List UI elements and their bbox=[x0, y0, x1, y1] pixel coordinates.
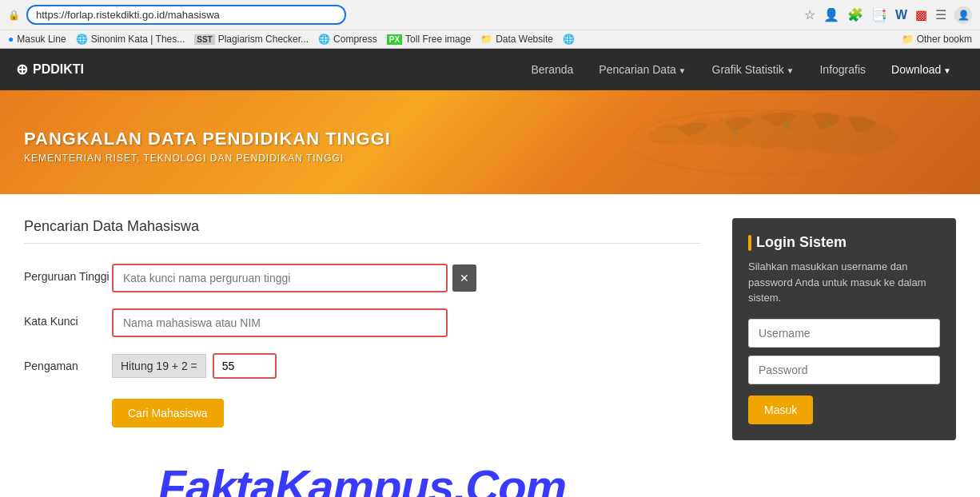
hero-subtitle: KEMENTERIAN RISET, TEKNOLOGI DAN PENDIDI… bbox=[24, 153, 956, 164]
brand-icon: ⊕ bbox=[16, 61, 28, 78]
bookmark-plagiarism[interactable]: SST Plagiarism Checker... bbox=[194, 34, 309, 45]
nav-pencarian[interactable]: Pencarian Data bbox=[586, 50, 699, 89]
ext2-icon[interactable]: ▩ bbox=[915, 7, 927, 22]
sidebar-login: Login Sistem Silahkan masukkan username … bbox=[732, 218, 956, 440]
submit-spacer bbox=[24, 395, 112, 401]
search-form: Perguruan Tinggi ✕ Kata Kunci Pengaman H… bbox=[24, 264, 700, 427]
hero-banner: PANGKALAN DATA PENDIDIKAN TINGGI KEMENTE… bbox=[0, 90, 980, 194]
perguruan-tinggi-label: Perguruan Tinggi bbox=[24, 264, 112, 283]
username-input[interactable] bbox=[748, 319, 940, 348]
captcha-group: Hitung 19 + 2 = bbox=[112, 353, 277, 379]
bookmark-sinonim[interactable]: 🌐 Sinonim Kata | Thes... bbox=[76, 34, 185, 45]
search-button[interactable]: Cari Mahasiswa bbox=[112, 399, 224, 427]
browser-chrome: 🔒 ☆ 👤 🧩 📑 W ▩ ☰ 👤 ● Masuk Line 🌐 Sinonim… bbox=[0, 0, 980, 49]
pengaman-label: Pengaman bbox=[24, 353, 112, 372]
bookmark-globe[interactable]: 🌐 bbox=[563, 34, 575, 45]
address-bar-row: 🔒 ☆ 👤 🧩 📑 W ▩ ☰ 👤 bbox=[0, 0, 980, 30]
nav-grafik-link[interactable]: Grafik Statistik bbox=[699, 50, 807, 89]
bookmark-data-website[interactable]: 📁 Data Website bbox=[480, 34, 553, 45]
login-title: Login Sistem bbox=[748, 234, 940, 251]
clear-button[interactable]: ✕ bbox=[452, 264, 476, 292]
bookmark-other[interactable]: 📁 Other bookm bbox=[902, 34, 972, 45]
word-icon[interactable]: W bbox=[895, 8, 907, 22]
nav-grafik[interactable]: Grafik Statistik bbox=[699, 50, 807, 89]
submit-group: Cari Mahasiswa bbox=[24, 395, 700, 427]
perguruan-tinggi-input-wrapper: ✕ bbox=[112, 264, 476, 292]
nav-download-link[interactable]: Download bbox=[878, 50, 964, 89]
svg-point-0 bbox=[628, 110, 900, 174]
nav-pencarian-link[interactable]: Pencarian Data bbox=[586, 50, 699, 89]
svg-point-3 bbox=[826, 122, 831, 127]
captcha-input[interactable] bbox=[213, 353, 277, 379]
site-wrapper: ⊕ PDDIKTI Beranda Pencarian Data Grafik … bbox=[0, 49, 980, 497]
perguruan-tinggi-input[interactable] bbox=[112, 264, 448, 292]
hero-title: PANGKALAN DATA PENDIDIKAN TINGGI bbox=[24, 129, 956, 149]
star-icon[interactable]: ☆ bbox=[804, 7, 815, 22]
browser-icons: ☆ 👤 🧩 📑 W ▩ ☰ 👤 bbox=[804, 6, 972, 24]
login-description: Silahkan masukkan username dan password … bbox=[748, 259, 940, 306]
extensions-icon[interactable]: 🧩 bbox=[847, 7, 863, 22]
bookmarks-bar: ● Masuk Line 🌐 Sinonim Kata | Thes... SS… bbox=[0, 30, 980, 48]
map-decoration bbox=[612, 94, 916, 193]
kata-kunci-label: Kata Kunci bbox=[24, 308, 112, 328]
ext3-icon[interactable]: ☰ bbox=[935, 7, 946, 22]
brand-name: PDDIKTI bbox=[33, 62, 84, 77]
perguruan-tinggi-group: Perguruan Tinggi ✕ bbox=[24, 264, 700, 292]
nav-infografis-link[interactable]: Infografis bbox=[807, 50, 878, 89]
nav-beranda[interactable]: Beranda bbox=[518, 50, 586, 89]
kata-kunci-input[interactable] bbox=[112, 308, 448, 337]
address-bar[interactable] bbox=[26, 5, 346, 25]
navbar: ⊕ PDDIKTI Beranda Pencarian Data Grafik … bbox=[0, 49, 980, 90]
nav-download[interactable]: Download bbox=[878, 50, 964, 89]
lock-icon: 🔒 bbox=[8, 10, 20, 21]
navbar-brand: ⊕ PDDIKTI bbox=[16, 61, 84, 78]
profile2-icon[interactable]: 👤 bbox=[954, 6, 972, 24]
captcha-text: Hitung 19 + 2 = bbox=[112, 354, 206, 378]
profile-icon[interactable]: 👤 bbox=[823, 7, 839, 22]
nav-infografis[interactable]: Infografis bbox=[807, 50, 878, 89]
pengaman-group: Pengaman Hitung 19 + 2 = bbox=[24, 353, 700, 379]
navbar-menu: Beranda Pencarian Data Grafik Statistik … bbox=[518, 50, 964, 89]
bookmark-compress[interactable]: 🌐 Compress bbox=[318, 34, 377, 45]
bookmark-toll-free[interactable]: PX Toll Free image bbox=[387, 34, 471, 45]
watermark: FaktaKampus.Com bbox=[24, 443, 700, 497]
bookmark-icon[interactable]: 📑 bbox=[871, 7, 887, 22]
svg-point-1 bbox=[733, 129, 739, 136]
password-input[interactable] bbox=[748, 356, 940, 384]
nav-beranda-link[interactable]: Beranda bbox=[518, 50, 586, 89]
page-title: Pencarian Data Mahasiswa bbox=[24, 218, 700, 244]
kata-kunci-group: Kata Kunci bbox=[24, 308, 700, 337]
svg-point-2 bbox=[784, 122, 792, 130]
content-left: Pencarian Data Mahasiswa Perguruan Tingg… bbox=[24, 218, 732, 497]
bookmark-masuk-line[interactable]: ● Masuk Line bbox=[8, 34, 66, 45]
masuk-button[interactable]: Masuk bbox=[748, 396, 813, 424]
main-content: Pencarian Data Mahasiswa Perguruan Tingg… bbox=[0, 194, 980, 497]
